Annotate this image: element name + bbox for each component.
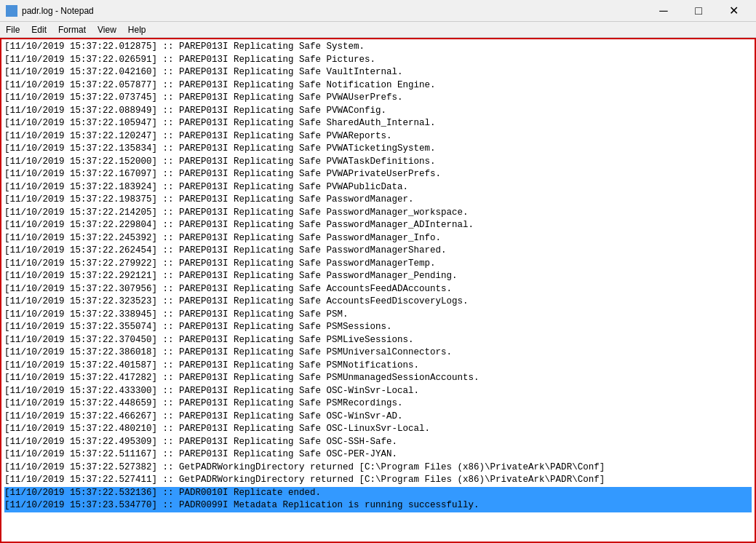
log-line: [11/10/2019 15:37:22.433300] :: PAREP013… [4,385,752,398]
close-button[interactable]: ✕ [717,0,750,22]
log-line: [11/10/2019 15:37:22.466267] :: PAREP013… [4,411,752,424]
menu-item-view[interactable]: View [92,22,122,37]
log-line: [11/10/2019 15:37:22.198375] :: PAREP013… [4,194,752,207]
log-line: [11/10/2019 15:37:22.527382] :: GetPADRW… [4,461,752,475]
log-line: [11/10/2019 15:37:22.057877] :: PAREP013… [4,79,752,92]
log-line: [11/10/2019 15:37:22.532136] :: PADR0010… [4,487,752,500]
log-line: [11/10/2019 15:37:22.511167] :: PAREP013… [4,448,752,461]
menu-bar: FileEditFormatViewHelp [0,22,756,38]
log-line: [11/10/2019 15:37:22.323523] :: PAREP013… [4,296,752,309]
log-line: [11/10/2019 15:37:22.495309] :: PAREP013… [4,436,752,449]
log-line: [11/10/2019 15:37:22.152000] :: PAREP013… [4,156,752,169]
log-line: [11/10/2019 15:37:22.105947] :: PAREP013… [4,117,752,130]
log-content[interactable]: [11/10/2019 15:37:22.012875] :: PAREP013… [0,38,756,543]
log-line: [11/10/2019 15:37:22.527411] :: GetPADRW… [4,474,752,487]
log-line: [11/10/2019 15:37:22.355074] :: PAREP013… [4,321,752,334]
log-line: [11/10/2019 15:37:22.026591] :: PAREP013… [4,54,752,67]
log-line: [11/10/2019 15:37:22.480210] :: PAREP013… [4,423,752,436]
menu-item-edit[interactable]: Edit [25,22,52,37]
log-line: [11/10/2019 15:37:22.307956] :: PAREP013… [4,283,752,296]
window-controls: ─ □ ✕ [647,0,750,22]
title-bar: padr.log - Notepad ─ □ ✕ [0,0,756,22]
log-line: [11/10/2019 15:37:22.120247] :: PAREP013… [4,130,752,143]
log-line: [11/10/2019 15:37:23.534770] :: PADR0099… [4,499,752,512]
menu-item-help[interactable]: Help [122,22,152,37]
log-line: [11/10/2019 15:37:22.417282] :: PAREP013… [4,372,752,385]
window-title: padr.log - Notepad [22,6,642,16]
log-line: [11/10/2019 15:37:22.073745] :: PAREP013… [4,92,752,105]
log-line: [11/10/2019 15:37:22.338945] :: PAREP013… [4,309,752,322]
minimize-button[interactable]: ─ [647,0,680,22]
log-line: [11/10/2019 15:37:22.183924] :: PAREP013… [4,181,752,194]
menu-item-format[interactable]: Format [52,22,92,37]
log-line: [11/10/2019 15:37:22.135834] :: PAREP013… [4,143,752,156]
log-line: [11/10/2019 15:37:22.167097] :: PAREP013… [4,168,752,181]
log-line: [11/10/2019 15:37:22.012875] :: PAREP013… [4,41,752,54]
log-line: [11/10/2019 15:37:22.262454] :: PAREP013… [4,245,752,258]
app-icon [6,5,17,17]
log-line: [11/10/2019 15:37:22.448659] :: PAREP013… [4,397,752,411]
log-line: [11/10/2019 15:37:22.292121] :: PAREP013… [4,270,752,283]
log-line: [11/10/2019 15:37:22.279922] :: PAREP013… [4,258,752,271]
log-line: [11/10/2019 15:37:22.088949] :: PAREP013… [4,105,752,118]
log-line: [11/10/2019 15:37:22.042160] :: PAREP013… [4,66,752,79]
log-line: [11/10/2019 15:37:22.245392] :: PAREP013… [4,232,752,245]
maximize-button[interactable]: □ [682,0,715,22]
log-line: [11/10/2019 15:37:22.214205] :: PAREP013… [4,207,752,220]
log-line: [11/10/2019 15:37:22.401587] :: PAREP013… [4,360,752,373]
log-line: [11/10/2019 15:37:22.386018] :: PAREP013… [4,346,752,360]
menu-item-file[interactable]: File [0,22,25,37]
log-line: [11/10/2019 15:37:22.229804] :: PAREP013… [4,219,752,232]
log-line: [11/10/2019 15:37:22.370450] :: PAREP013… [4,334,752,347]
